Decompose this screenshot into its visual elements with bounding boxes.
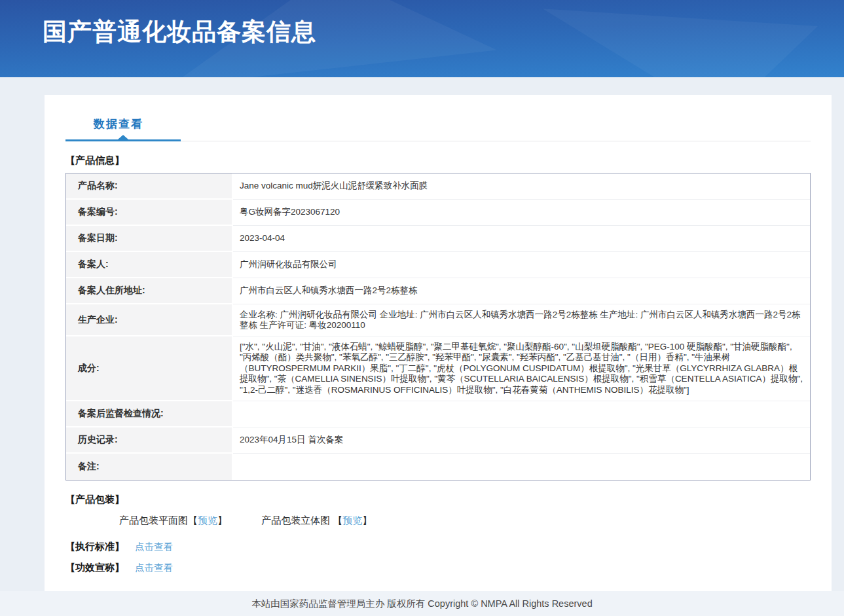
table-row: 备案人住所地址: 广州市白云区人和镇秀水塘西一路2号2栋整栋	[66, 278, 810, 304]
packaging-section-title: 【产品包装】	[65, 494, 811, 506]
page-header: 国产普通化妆品备案信息	[0, 0, 844, 77]
page-footer: 本站由国家药品监督管理局主办 版权所有 Copyright © NMPA All…	[0, 591, 844, 616]
row-value: 2023-04-04	[233, 226, 810, 252]
standard-row: 【执行标准】 点击查看	[65, 541, 811, 553]
packaging-flat-item: 产品包装平面图【预览】	[119, 515, 227, 526]
bracket: 】	[217, 515, 227, 526]
table-row: 成分: ["水", "火山泥", "甘油", "液体石蜡", "鲸蜡硬脂醇", …	[66, 336, 810, 401]
table-row: 历史记录: 2023年04月15日 首次备案	[66, 427, 810, 454]
page-title: 国产普通化妆品备案信息	[43, 16, 316, 48]
bracket: 【	[333, 515, 342, 526]
table-row: 备案编号: 粤G妆网备字2023067120	[66, 200, 810, 226]
row-value: 2023年04月15日 首次备案	[233, 427, 810, 454]
standard-section-title: 【执行标准】	[65, 541, 124, 552]
row-value	[233, 401, 810, 427]
row-label: 生产企业:	[66, 304, 233, 336]
row-value: Jane volcanic mud妍泥火山泥舒缓紧致补水面膜	[233, 173, 810, 200]
row-label: 成分:	[66, 336, 233, 401]
tab-divider	[65, 139, 811, 141]
packaging-stereo-preview-link[interactable]: 预览	[342, 515, 362, 526]
row-value	[233, 454, 810, 480]
tab-active-underline	[65, 139, 181, 141]
table-row: 备案人: 广州润研化妆品有限公司	[66, 252, 810, 278]
efficacy-row: 【功效宣称】 点击查看	[65, 562, 811, 574]
row-label: 产品名称:	[66, 173, 233, 200]
packaging-links-row: 产品包装平面图【预览】 产品包装立体图 【预览】	[65, 515, 811, 527]
bracket: 】	[362, 515, 372, 526]
table-row: 生产企业: 企业名称: 广州润研化妆品有限公司 企业地址: 广州市白云区人和镇秀…	[66, 304, 810, 336]
row-value: ["水", "火山泥", "甘油", "液体石蜡", "鲸蜡硬脂醇", "聚二甲…	[233, 336, 810, 401]
bracket: 【	[188, 515, 198, 526]
copyright-text: 本站由国家药品监督管理局主办 版权所有 Copyright © NMPA All…	[251, 598, 592, 610]
efficacy-section-title: 【功效宣称】	[65, 562, 124, 573]
row-value: 企业名称: 广州润研化妆品有限公司 企业地址: 广州市白云区人和镇秀水塘西一路2…	[233, 304, 810, 336]
tab-active-triangle-icon	[118, 135, 128, 139]
tab-data-view[interactable]: 数据查看	[94, 117, 143, 132]
packaging-stereo-item: 产品包装立体图 【预览】	[261, 515, 372, 526]
tab-bar: 数据查看	[65, 95, 811, 141]
table-row: 产品名称: Jane volcanic mud妍泥火山泥舒缓紧致补水面膜	[66, 173, 810, 200]
product-info-section-title: 【产品信息】	[65, 154, 811, 167]
packaging-stereo-label: 产品包装立体图	[261, 515, 333, 526]
row-label: 备案编号:	[66, 200, 233, 226]
row-label: 历史记录:	[66, 427, 233, 454]
row-label: 备案日期:	[66, 226, 233, 252]
efficacy-view-link[interactable]: 点击查看	[135, 562, 173, 573]
row-label: 备注:	[66, 454, 233, 480]
row-value: 广州润研化妆品有限公司	[233, 252, 810, 278]
row-label: 备案人:	[66, 252, 233, 278]
packaging-flat-preview-link[interactable]: 预览	[198, 515, 217, 526]
table-row: 备案日期: 2023-04-04	[66, 226, 810, 252]
table-row: 备案后监督检查情况:	[66, 401, 810, 427]
table-row: 备注:	[66, 454, 810, 480]
product-info-table: 产品名称: Jane volcanic mud妍泥火山泥舒缓紧致补水面膜 备案编…	[65, 173, 811, 480]
standard-view-link[interactable]: 点击查看	[135, 541, 173, 552]
packaging-flat-label: 产品包装平面图	[119, 515, 188, 526]
header-decoration-polygon	[531, 0, 818, 77]
content-card: 数据查看 【产品信息】 产品名称: Jane volcanic mud妍泥火山泥…	[45, 95, 832, 591]
row-label: 备案后监督检查情况:	[66, 401, 233, 427]
row-value: 广州市白云区人和镇秀水塘西一路2号2栋整栋	[233, 278, 810, 304]
row-value: 粤G妆网备字2023067120	[233, 200, 810, 226]
row-label: 备案人住所地址:	[66, 278, 233, 304]
